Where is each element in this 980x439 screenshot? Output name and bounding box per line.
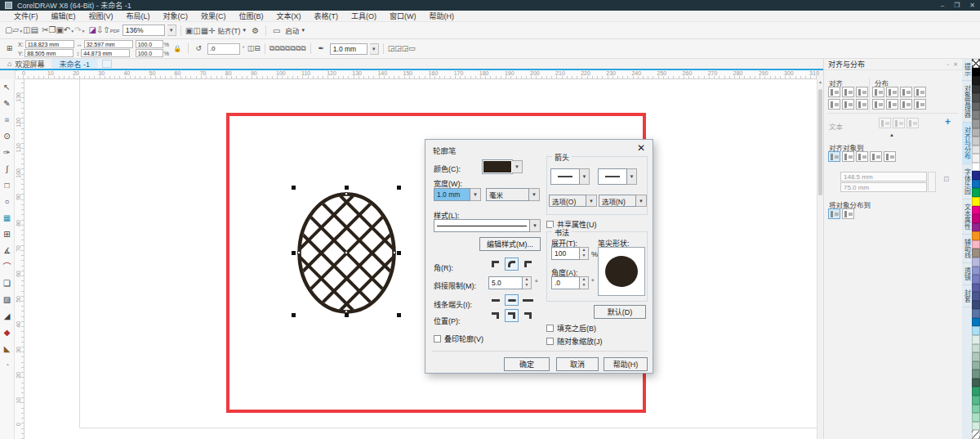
drawing-canvas[interactable] [24,79,817,439]
drop-shadow-tool-icon[interactable]: ❏ [1,277,13,289]
square-cap-button[interactable] [521,294,535,306]
palette-color-swatch[interactable] [972,163,980,172]
open-icon[interactable]: ▱ [12,25,19,34]
palette-color-swatch[interactable] [972,76,980,85]
extent-of-selection-icon[interactable] [828,208,840,219]
text-baseline-first-icon[interactable] [879,118,891,128]
menu-item-3[interactable]: 布局(L) [121,10,156,22]
launch-dropdown[interactable]: 启动▼ [285,25,305,35]
menu-item-5[interactable]: 效果(C) [195,10,232,22]
search-content-icon[interactable]: ◪ [89,25,96,34]
selected-ellipse-object[interactable] [286,181,408,325]
connector-tool-icon[interactable]: ⌒ [1,261,13,273]
scale-with-object-checkbox[interactable]: 随对象缩放(J) [546,336,603,347]
zoom-tool-icon[interactable]: ⊙ [1,130,13,142]
end-arrow-combo[interactable]: ▼ [598,168,637,185]
palette-color-swatch[interactable] [972,110,980,119]
object-height-field[interactable]: 44.873 mm [81,49,130,57]
text-baseline-last-icon[interactable] [893,118,905,128]
help-button[interactable]: 帮助(H) [604,357,648,371]
print-icon[interactable]: ▤ [31,25,38,34]
mirror-horizontal-icon[interactable]: ◫ [247,44,255,52]
zoom-level-combo[interactable]: 136% [122,25,165,36]
artistic-media-tool-icon[interactable]: ∫ [1,163,13,175]
dimension-tool-icon[interactable]: ∡ [1,244,13,257]
paste-icon[interactable]: ▣ [56,25,63,34]
docker-tab-透镜[interactable]: 透镜 [962,263,972,285]
edit-style-button[interactable]: 编辑样式(M)... [479,237,541,251]
crop-tool-icon[interactable]: ⌗ [1,114,13,126]
zoom-level-dropdown-icon[interactable]: ▼ [167,25,176,36]
distribute-top-icon[interactable] [872,99,884,110]
behind-fill-checkbox[interactable]: 填充之后(B) [546,323,596,334]
y-position-field[interactable]: 88.505 mm [24,49,74,57]
palette-color-swatch[interactable] [972,85,980,94]
docker-tab-对象管理器[interactable]: 对象管理器 [962,81,972,123]
palette-color-swatch[interactable] [972,318,980,327]
extent-of-page-icon[interactable] [842,208,854,219]
menu-item-11[interactable]: 帮助(H) [424,10,461,22]
palette-color-swatch[interactable] [972,430,980,439]
bevel-corner-button[interactable] [521,258,535,271]
docker-tab-对齐与分布[interactable]: 对齐与分布 [962,123,972,164]
palette-color-swatch[interactable] [972,146,980,155]
docker-tab-文本属性[interactable]: 文本属性 [962,199,972,235]
ellipse-tool-icon[interactable]: ○ [1,195,13,208]
text-bounding-box-icon[interactable] [906,118,919,128]
menu-item-1[interactable]: 编辑(E) [46,10,82,22]
ok-button[interactable]: 确定 [504,357,550,371]
snap-to-dropdown[interactable]: 贴齐(T)▼ [218,25,247,35]
align-bottom-icon[interactable] [856,99,868,110]
palette-color-swatch[interactable] [972,240,980,249]
round-corner-button[interactable] [505,258,519,271]
rotation-angle-field[interactable]: .0 [207,43,240,55]
angle-spinner[interactable]: .0 ▲▼ [551,276,589,289]
palette-color-swatch[interactable] [972,154,980,163]
palette-color-swatch[interactable] [972,249,980,258]
show-grid-icon[interactable]: ▦ [201,26,208,35]
palette-color-swatch[interactable] [972,128,980,137]
palette-color-swatch[interactable] [972,361,980,370]
miter-limit-spinner[interactable]: 5.0 ▲▼ [488,276,532,289]
units-combo[interactable]: 毫米▼ [486,188,540,201]
docker-tab-提示[interactable]: 提示 [962,59,972,81]
curve-node[interactable] [345,192,348,195]
round-cap-button[interactable] [505,294,519,306]
selection-handle[interactable] [397,186,401,190]
butt-cap-button[interactable] [488,294,502,306]
add-point-icon[interactable]: + [945,116,951,128]
distribute-bottom-icon[interactable] [914,99,926,110]
grid-icon[interactable] [870,151,882,162]
outside-position-button[interactable] [488,309,502,322]
specified-point-icon[interactable] [884,151,896,162]
page-edge-icon[interactable] [842,151,854,162]
export-icon[interactable]: ⇧ [103,25,109,34]
arrow-options-o-combo[interactable]: 选项(O)▼ [549,195,597,207]
menu-item-10[interactable]: 窗口(W) [384,10,422,22]
horizontal-ruler[interactable]: 0102030405060708090100110120130140150160… [18,70,817,79]
scale-v-field[interactable]: 100.0 [136,49,163,57]
inside-position-button[interactable] [521,309,535,322]
polygon-tool-icon[interactable]: ▦ [1,212,13,224]
palette-color-swatch[interactable] [972,223,980,232]
docker-tab-辅助线[interactable]: 辅助线 [962,235,972,263]
palette-color-swatch[interactable] [972,231,980,240]
palette-color-swatch[interactable] [972,68,980,77]
overprint-checkbox[interactable]: 叠印轮廓(V) [434,334,483,344]
palette-color-swatch[interactable] [972,352,980,361]
vertical-scrollbar[interactable]: ▲ [817,79,823,439]
palette-color-swatch[interactable] [972,188,980,197]
palette-color-swatch[interactable] [972,284,980,293]
menu-item-2[interactable]: 视图(V) [83,10,119,22]
show-rulers-icon[interactable]: ◫ [193,26,200,35]
palette-color-swatch[interactable] [972,258,980,267]
publish-pdf-icon[interactable]: PDF [110,29,120,34]
selection-handle[interactable] [292,186,296,190]
palette-color-swatch[interactable] [972,396,980,405]
palette-color-swatch[interactable] [972,344,980,353]
no-color-swatch[interactable] [972,59,980,68]
width-combo[interactable]: 1.0 mm▼ [434,188,481,201]
shape-tool-icon[interactable]: ✎ [1,97,13,110]
object-width-field[interactable]: 32.597 mm [84,40,133,48]
pick-tool-icon[interactable]: ↖ [1,81,13,93]
